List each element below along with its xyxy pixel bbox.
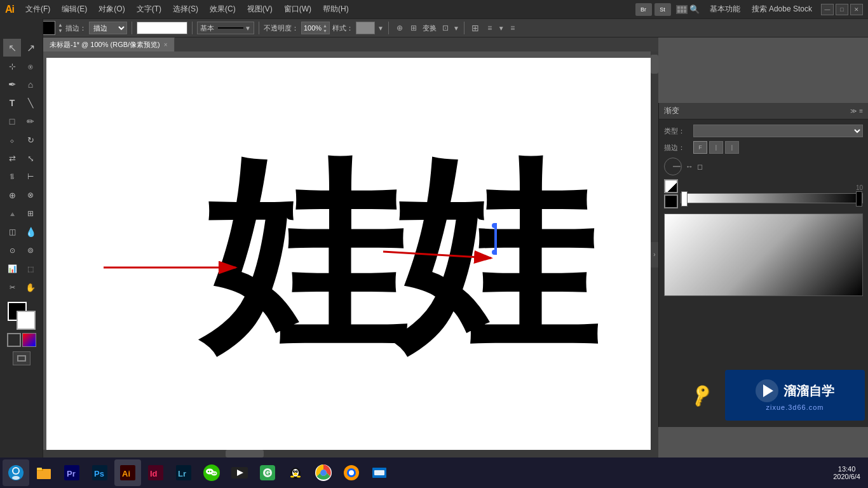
- select-tool[interactable]: ↖: [3, 39, 21, 57]
- stroke-fill-btn[interactable]: F: [693, 141, 707, 154]
- gradient-type-select[interactable]: 线性 径向: [693, 125, 863, 137]
- stroke-outside-btn[interactable]: |: [725, 141, 739, 154]
- panel-collapse-icon[interactable]: ≫: [850, 107, 857, 114]
- taskbar-wechat-icon[interactable]: [198, 459, 225, 486]
- menu-file[interactable]: 文件(F): [20, 3, 55, 16]
- taskbar-chrome-icon[interactable]: [310, 459, 337, 486]
- angle-control[interactable]: [664, 158, 682, 175]
- gradient-tool[interactable]: ◫: [3, 223, 21, 241]
- live-paint-tool[interactable]: ⊗: [22, 186, 39, 204]
- taskbar-browser-icon[interactable]: [3, 459, 29, 486]
- line-tool[interactable]: ╲: [22, 94, 39, 112]
- taskbar-filemanager-icon[interactable]: [31, 459, 57, 486]
- minimize-button[interactable]: —: [821, 4, 834, 15]
- menu-window[interactable]: 窗口(W): [279, 3, 316, 16]
- blend-tool[interactable]: ⊙: [3, 241, 21, 259]
- color-selector[interactable]: [8, 302, 36, 330]
- document-tab[interactable]: 未标题-1* @ 100% (RGB/像素预览) ×: [43, 37, 175, 51]
- menu-text[interactable]: 文字(T): [132, 3, 166, 16]
- tool-row-1: ↖ ↗: [3, 39, 39, 57]
- pen-tool[interactable]: ✒: [3, 76, 21, 93]
- lasso-tool[interactable]: ⍟: [22, 57, 39, 75]
- transform-grid-icon[interactable]: ⊞: [407, 22, 420, 34]
- horizontal-scrollbar[interactable]: [43, 450, 651, 458]
- eyedropper-tool[interactable]: 💧: [22, 223, 39, 241]
- scrollbar-thumb-vertical[interactable]: [651, 55, 658, 74]
- tool-row-9: ⊕ ⊗: [3, 186, 39, 204]
- maximize-button[interactable]: □: [836, 4, 848, 15]
- hand-tool[interactable]: ✋: [22, 278, 39, 296]
- tab-close-button[interactable]: ×: [164, 41, 168, 48]
- panel-menu-icon[interactable]: ≡: [859, 107, 863, 114]
- slice-tool[interactable]: ✂: [3, 278, 21, 296]
- warp-tool[interactable]: ⥮: [3, 168, 21, 186]
- draw-mode-button[interactable]: [13, 351, 31, 365]
- grid-view-icon[interactable]: ⊞: [469, 22, 482, 34]
- type-tool[interactable]: T: [3, 94, 21, 112]
- scrollbar-thumb-horizontal[interactable]: [226, 450, 264, 458]
- perspective-tool[interactable]: ⟁: [3, 205, 21, 222]
- stroke-color-swatch[interactable]: [41, 21, 55, 35]
- transform-icon[interactable]: ⊡: [439, 22, 452, 34]
- menu-effect[interactable]: 效果(C): [205, 3, 241, 16]
- curvature-tool[interactable]: ⌂: [22, 76, 39, 93]
- stroke-inside-btn[interactable]: |: [709, 141, 723, 154]
- none-color[interactable]: [7, 333, 21, 347]
- globe-icon[interactable]: ⊕: [393, 22, 406, 34]
- taskbar-app-green-icon[interactable]: G: [254, 459, 281, 486]
- menu-object[interactable]: 对象(O): [93, 3, 130, 16]
- line-style-area[interactable]: 基本 ▼: [197, 22, 254, 34]
- direct-select-tool[interactable]: ↗: [22, 39, 39, 57]
- taskbar-network-icon[interactable]: [366, 459, 393, 486]
- taskbar-lightroom-icon[interactable]: Lr: [170, 459, 197, 486]
- magic-wand-tool[interactable]: ⊹: [3, 57, 21, 75]
- close-button[interactable]: ✕: [850, 4, 863, 15]
- stroke-select[interactable]: 描边: [89, 22, 127, 34]
- bridge-icon[interactable]: Br: [635, 3, 652, 16]
- symbol-sprayer-tool[interactable]: ⊚: [22, 241, 39, 259]
- taskbar-indesign-icon[interactable]: Id: [142, 459, 169, 486]
- artboard-tool[interactable]: ⬚: [22, 260, 39, 278]
- taskbar-illustrator-icon[interactable]: Ai: [114, 459, 141, 486]
- taskbar-photoshop-icon[interactable]: Ps: [86, 459, 113, 486]
- stock-icon[interactable]: St: [654, 3, 671, 16]
- taskbar-premiere-icon[interactable]: Pr: [58, 459, 85, 486]
- gradient-color[interactable]: [22, 333, 36, 347]
- gradient-stop-right[interactable]: [856, 191, 862, 207]
- stock-search[interactable]: 搜索 Adobe Stock: [747, 3, 817, 16]
- gradient-slider[interactable]: [681, 193, 863, 203]
- opacity-control[interactable]: 100% ▲ ▼: [301, 22, 330, 34]
- taskbar-firefox-icon[interactable]: [338, 459, 365, 486]
- taskbar-videoplayer-icon[interactable]: [226, 459, 253, 486]
- more-options-icon[interactable]: ≡: [506, 22, 519, 34]
- menu-view[interactable]: 视图(V): [242, 3, 278, 16]
- stroke-arrows[interactable]: ▲ ▼: [58, 23, 63, 34]
- menu-edit[interactable]: 编辑(E): [57, 3, 92, 16]
- scale-tool[interactable]: ⤡: [22, 149, 39, 167]
- aspect-ratio-icon[interactable]: ◻: [697, 163, 703, 171]
- column-graph-tool[interactable]: 📊: [3, 260, 21, 278]
- background-color[interactable]: [17, 311, 36, 330]
- workspace-grid-icon[interactable]: [676, 5, 688, 14]
- reverse-icon[interactable]: ↔: [686, 162, 693, 171]
- base-label: 基本: [200, 24, 214, 33]
- shape-builder-tool[interactable]: ⊕: [3, 186, 21, 204]
- menu-select[interactable]: 选择(S): [168, 3, 203, 16]
- black-swatch[interactable]: [664, 194, 678, 208]
- style-swatch[interactable]: [356, 22, 375, 34]
- menu-help[interactable]: 帮助(H): [318, 3, 354, 16]
- paintbrush-tool[interactable]: ⬦: [3, 131, 21, 149]
- style-chevron[interactable]: ▼: [377, 25, 384, 32]
- white-swatch[interactable]: [664, 179, 678, 193]
- reflect-tool[interactable]: ⇄: [3, 149, 21, 167]
- pencil-tool[interactable]: ✏: [22, 112, 39, 130]
- rect-tool[interactable]: □: [3, 112, 21, 130]
- gradient-stop-left[interactable]: [681, 191, 688, 207]
- workspace-label[interactable]: 基本功能: [705, 3, 745, 16]
- mesh-tool[interactable]: ⊞: [22, 205, 39, 222]
- width-tool[interactable]: ⊢: [22, 168, 39, 186]
- panel-collapse-button[interactable]: ›: [651, 242, 658, 268]
- rotate-tool[interactable]: ↻: [22, 131, 39, 149]
- list-view-icon[interactable]: ≡: [484, 22, 496, 34]
- taskbar-qq-icon[interactable]: [282, 459, 309, 486]
